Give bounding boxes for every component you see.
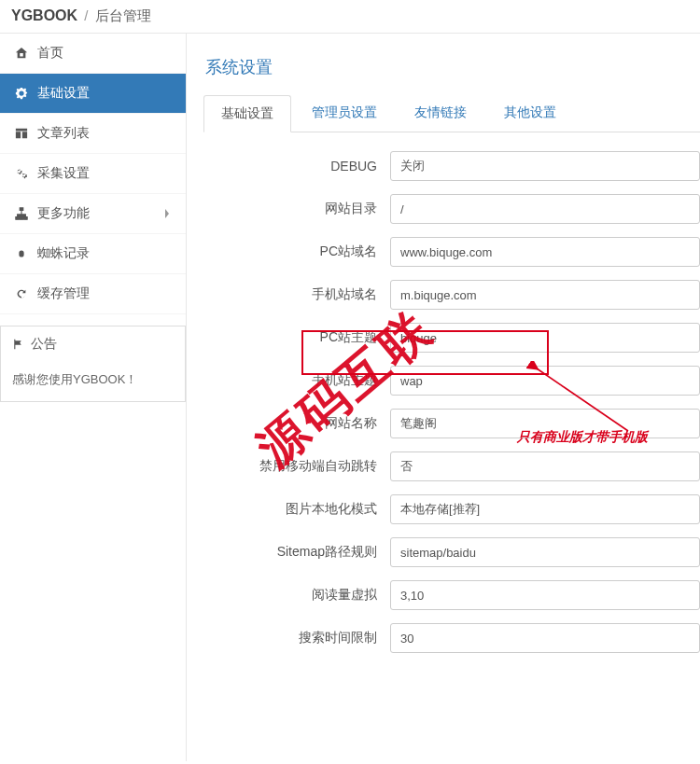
row-site-name: 网站名称 bbox=[203, 409, 700, 438]
notice-body: 感谢您使用YGBOOK！ bbox=[1, 362, 185, 401]
sidebar-item-label: 采集设置 bbox=[37, 165, 90, 182]
tab-other[interactable]: 其他设置 bbox=[487, 95, 573, 132]
sidebar-item-label: 更多功能 bbox=[37, 205, 90, 222]
row-m-theme: 手机站主题 bbox=[203, 366, 700, 396]
sitemap-icon bbox=[15, 207, 30, 220]
svg-rect-2 bbox=[20, 217, 23, 220]
page-title: 系统设置 bbox=[205, 56, 700, 78]
input-search-limit[interactable] bbox=[390, 623, 700, 653]
sidebar-item-collect[interactable]: 采集设置 bbox=[0, 154, 186, 194]
input-no-mjump[interactable] bbox=[390, 451, 700, 481]
row-webroot: 网站目录 bbox=[203, 194, 700, 224]
row-read-fake: 阅读量虚拟 bbox=[203, 580, 700, 610]
row-m-domain: 手机站域名 bbox=[203, 280, 700, 310]
label-m-domain: 手机站域名 bbox=[203, 286, 390, 303]
svg-rect-1 bbox=[16, 217, 20, 220]
row-sitemap: Sitemap路径规则 bbox=[203, 537, 700, 567]
cogs-icon bbox=[15, 167, 30, 180]
sidebar-item-settings[interactable]: 基础设置 bbox=[0, 74, 186, 114]
row-pc-domain: PC站域名 bbox=[203, 237, 700, 267]
sidebar-item-label: 文章列表 bbox=[37, 125, 90, 142]
input-debug[interactable] bbox=[390, 151, 700, 181]
label-no-mjump: 禁用移动端自动跳转 bbox=[203, 458, 390, 475]
input-read-fake[interactable] bbox=[390, 580, 700, 610]
sidebar-item-label: 蜘蛛记录 bbox=[37, 245, 90, 262]
input-pc-domain[interactable] bbox=[390, 237, 700, 267]
row-no-mjump: 禁用移动端自动跳转 bbox=[203, 451, 700, 481]
label-pc-domain: PC站域名 bbox=[203, 243, 390, 260]
sidebar-item-label: 首页 bbox=[37, 45, 63, 62]
input-site-name[interactable] bbox=[390, 409, 700, 438]
sidebar-item-home[interactable]: 首页 bbox=[0, 34, 186, 74]
tab-admin[interactable]: 管理员设置 bbox=[295, 95, 394, 132]
tab-basic[interactable]: 基础设置 bbox=[203, 95, 291, 132]
sidebar: 首页 基础设置 文章列表 采集设置 更多功能 bbox=[0, 34, 187, 761]
input-m-theme[interactable] bbox=[390, 366, 700, 396]
app-header: YGBOOK / 后台管理 bbox=[0, 0, 700, 34]
sidebar-item-articles[interactable]: 文章列表 bbox=[0, 114, 186, 154]
sidebar-item-more[interactable]: 更多功能 bbox=[0, 194, 186, 234]
main-content: 系统设置 基础设置 管理员设置 友情链接 其他设置 DEBUG 网站目录 PC站… bbox=[187, 34, 700, 761]
input-sitemap[interactable] bbox=[390, 537, 700, 567]
label-m-theme: 手机站主题 bbox=[203, 372, 390, 389]
brand-name: YGBOOK bbox=[11, 7, 77, 23]
gear-icon bbox=[15, 87, 30, 100]
label-search-limit: 搜索时间限制 bbox=[203, 630, 390, 646]
row-debug: DEBUG bbox=[203, 151, 700, 181]
row-search-limit: 搜索时间限制 bbox=[203, 623, 700, 653]
breadcrumb: 后台管理 bbox=[95, 7, 151, 23]
flag-icon bbox=[12, 339, 23, 350]
notice-panel: 公告 感谢您使用YGBOOK！ bbox=[0, 326, 186, 402]
label-debug: DEBUG bbox=[203, 159, 390, 174]
chevron-right-icon bbox=[163, 208, 171, 219]
notice-title: 公告 bbox=[31, 336, 57, 351]
breadcrumb-sep: / bbox=[84, 7, 88, 23]
row-img-mode: 图片本地化模式 bbox=[203, 494, 700, 524]
svg-rect-0 bbox=[20, 208, 23, 211]
label-site-name: 网站名称 bbox=[203, 415, 390, 432]
notice-title-row: 公告 bbox=[1, 326, 185, 362]
sidebar-item-cache[interactable]: 缓存管理 bbox=[0, 274, 186, 314]
refresh-icon bbox=[15, 287, 30, 300]
label-pc-theme: PC站主题 bbox=[203, 329, 390, 346]
tabs: 基础设置 管理员设置 友情链接 其他设置 bbox=[203, 95, 700, 132]
label-img-mode: 图片本地化模式 bbox=[203, 501, 390, 518]
label-webroot: 网站目录 bbox=[203, 201, 390, 217]
svg-rect-3 bbox=[24, 217, 28, 220]
label-sitemap: Sitemap路径规则 bbox=[203, 544, 390, 561]
bug-icon bbox=[15, 247, 30, 260]
home-icon bbox=[15, 47, 30, 60]
input-webroot[interactable] bbox=[390, 194, 700, 224]
settings-form: DEBUG 网站目录 PC站域名 手机站域名 PC站主题 手机站主题 bbox=[203, 132, 700, 653]
table-icon bbox=[15, 127, 30, 140]
sidebar-item-label: 基础设置 bbox=[37, 85, 90, 102]
tab-links[interactable]: 友情链接 bbox=[398, 95, 483, 132]
input-m-domain[interactable] bbox=[390, 280, 700, 310]
sidebar-item-spider[interactable]: 蜘蛛记录 bbox=[0, 234, 186, 274]
sidebar-item-label: 缓存管理 bbox=[37, 285, 90, 302]
row-pc-theme: PC站主题 bbox=[203, 323, 700, 353]
input-pc-theme[interactable] bbox=[390, 323, 700, 353]
input-img-mode[interactable] bbox=[390, 494, 700, 524]
label-read-fake: 阅读量虚拟 bbox=[203, 587, 390, 604]
